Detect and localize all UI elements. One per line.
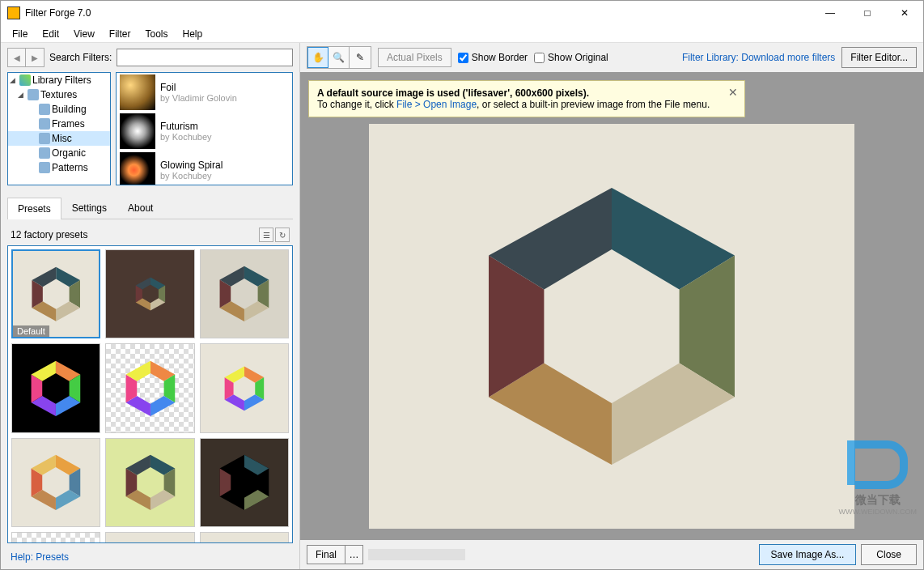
- tree-item-frames[interactable]: Frames: [52, 118, 85, 130]
- save-image-button[interactable]: Save Image As...: [759, 544, 857, 565]
- eyedropper-icon: ✎: [356, 52, 364, 63]
- preset-9[interactable]: [200, 438, 289, 527]
- preset-4[interactable]: [11, 343, 100, 432]
- tabs: Presets Settings About: [7, 197, 293, 219]
- search-label: Search Filters:: [49, 52, 112, 63]
- tree-item-building[interactable]: Building: [52, 104, 87, 115]
- nav-back-button[interactable]: ◀: [8, 49, 26, 66]
- preview-toolbar: ✋ 🔍 ✎ Actual Pixels Show Border Show Ori…: [300, 43, 923, 72]
- preview-canvas[interactable]: A default source image is used ('lifesav…: [300, 72, 923, 540]
- search-input[interactable]: [117, 49, 293, 66]
- eyedropper-tool-button[interactable]: ✎: [350, 47, 371, 68]
- preset-refresh-button[interactable]: ↻: [275, 228, 290, 242]
- tree-item-organic[interactable]: Organic: [52, 147, 86, 159]
- window-title: Filter Forge 7.0: [25, 7, 91, 19]
- tree-item-patterns[interactable]: Patterns: [52, 162, 88, 173]
- filter-editor-button[interactable]: Filter Editor...: [841, 47, 917, 68]
- menu-view[interactable]: View: [67, 27, 101, 41]
- tab-presets[interactable]: Presets: [7, 198, 61, 219]
- final-menu-button[interactable]: …: [345, 545, 363, 564]
- app-icon: [7, 6, 20, 19]
- close-button[interactable]: Close: [861, 544, 917, 565]
- preset-5[interactable]: [105, 343, 194, 432]
- preset-11[interactable]: [105, 532, 194, 543]
- show-border-checkbox[interactable]: Show Border: [458, 52, 528, 63]
- banner-close-button[interactable]: ✕: [728, 86, 738, 99]
- show-original-checkbox[interactable]: Show Original: [534, 52, 608, 63]
- close-window-button[interactable]: ✕: [886, 1, 923, 25]
- tab-settings[interactable]: Settings: [61, 197, 117, 219]
- filter-thumb: [120, 74, 155, 110]
- pan-tool-button[interactable]: ✋: [307, 47, 328, 68]
- filter-item-futurism[interactable]: Futurismby Kochubey: [117, 112, 292, 151]
- presets-count: 12 factory presets: [11, 229, 87, 240]
- filter-thumb: [120, 152, 155, 185]
- maximize-button[interactable]: □: [849, 1, 886, 25]
- info-banner: A default source image is used ('lifesav…: [308, 80, 745, 117]
- minimize-button[interactable]: ―: [812, 1, 849, 25]
- preview-image: [369, 124, 854, 529]
- menu-edit[interactable]: Edit: [36, 27, 66, 41]
- final-button[interactable]: Final: [307, 545, 345, 564]
- tree-root[interactable]: Library Filters: [32, 74, 91, 86]
- filter-thumb: [120, 113, 155, 149]
- hand-icon: ✋: [312, 52, 324, 63]
- tree-item-misc[interactable]: Misc: [52, 133, 72, 144]
- magnifier-icon: 🔍: [333, 52, 345, 63]
- open-image-link[interactable]: File > Open Image: [396, 99, 477, 110]
- filter-tree[interactable]: ◢Library Filters ◢Textures Building Fram…: [7, 72, 111, 185]
- tree-group[interactable]: Textures: [40, 89, 77, 100]
- preset-options-button[interactable]: ☰: [259, 228, 273, 242]
- nav-forward-button[interactable]: ▶: [26, 49, 44, 66]
- left-panel: ◀ ▶ Search Filters: ◢Library Filters ◢Te…: [1, 43, 300, 569]
- preset-7[interactable]: [11, 438, 100, 527]
- help-presets-link[interactable]: Help: Presets: [11, 551, 290, 563]
- filter-item-foil[interactable]: Foilby Vladimir Golovin: [117, 73, 292, 112]
- render-progress: [368, 549, 465, 560]
- menu-file[interactable]: File: [6, 27, 34, 41]
- preset-3[interactable]: [200, 249, 289, 338]
- title-bar: Filter Forge 7.0 ― □ ✕: [1, 1, 923, 25]
- preset-8[interactable]: [105, 438, 194, 527]
- right-panel: ✋ 🔍 ✎ Actual Pixels Show Border Show Ori…: [300, 43, 923, 569]
- preset-6[interactable]: [200, 343, 289, 432]
- actual-pixels-button[interactable]: Actual Pixels: [378, 48, 451, 67]
- menu-bar: File Edit View Filter Tools Help: [1, 25, 923, 43]
- preset-10[interactable]: [11, 532, 100, 543]
- menu-help[interactable]: Help: [176, 27, 210, 41]
- zoom-tool-button[interactable]: 🔍: [328, 47, 350, 68]
- tab-about[interactable]: About: [117, 197, 163, 219]
- menu-filter[interactable]: Filter: [103, 27, 138, 41]
- bottom-bar: Final … Save Image As... Close: [300, 540, 923, 569]
- menu-tools[interactable]: Tools: [139, 27, 175, 41]
- filter-library-link[interactable]: Filter Library: Download more filters: [682, 52, 835, 63]
- preset-12[interactable]: [200, 532, 289, 543]
- filter-list[interactable]: Foilby Vladimir Golovin Futurismby Kochu…: [116, 72, 293, 185]
- preset-default[interactable]: Default: [11, 249, 100, 338]
- presets-grid[interactable]: Default: [7, 245, 293, 543]
- preset-2[interactable]: [105, 249, 194, 338]
- filter-item-spiral[interactable]: Glowing Spiralby Kochubey: [117, 151, 292, 185]
